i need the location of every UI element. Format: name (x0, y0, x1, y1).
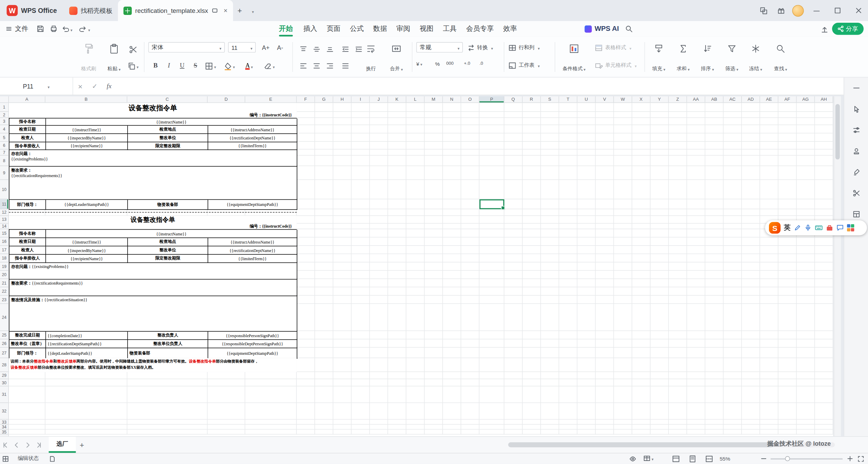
fullscreen-button[interactable] (857, 455, 864, 462)
collapse-pane-button[interactable] (850, 82, 862, 94)
form1-requirements-cell[interactable]: 整改要求： {{rectificationRequirements}} (9, 167, 297, 200)
horizontal-scrollbar-thumb[interactable] (508, 442, 774, 447)
cell-style-button[interactable]: 单元格样式 (595, 59, 637, 72)
decrease-indent-button[interactable] (339, 43, 352, 55)
align-left-button[interactable] (297, 60, 310, 72)
convert-button[interactable]: 转换 (467, 41, 493, 54)
column-header-T[interactable]: T (559, 96, 577, 103)
form1-cell[interactable]: 指令单接收人 (9, 142, 46, 150)
form1-cell[interactable]: {{equipmentDeptStampPath}} (208, 200, 297, 210)
confirm-button[interactable] (88, 77, 102, 95)
form1-cell[interactable]: {{rectificationDeptName}} (208, 134, 297, 142)
column-header-E[interactable]: E (245, 96, 297, 103)
cells-area[interactable]: 设备整改指令单 编号：{{instructCode}} 指令名称 {{instr… (9, 103, 833, 437)
form1-cell[interactable]: 检查日期 (9, 125, 46, 134)
form2-requirements-cell[interactable]: 整改要求：{{rectificationRequirements}} (9, 279, 297, 296)
form2-cell[interactable]: {{deptLeaderStampPath}} (46, 348, 128, 359)
form2-cell[interactable]: {{responsibleDeptPersonSignPath}} (208, 340, 297, 348)
form1-cell[interactable]: 整改单位 (128, 134, 208, 142)
row-header-8[interactable]: 8 (0, 156, 8, 166)
form2-problems-cell[interactable]: 存在问题：{{existingProblems}} (9, 263, 297, 279)
form2-cell[interactable]: {{rectificationDeptName}} (208, 246, 297, 254)
filter-button[interactable]: 筛选 (721, 40, 743, 74)
name-box[interactable]: P11 (0, 77, 73, 95)
view-page-layout-button[interactable] (689, 455, 696, 463)
column-header-X[interactable]: X (632, 96, 651, 103)
form2-cell[interactable]: 整改单位负责人 (128, 340, 208, 348)
align-top-button[interactable] (297, 43, 310, 55)
copy-button[interactable] (126, 60, 139, 72)
italic-button[interactable]: I (163, 60, 175, 71)
form2-cell[interactable]: {{instructAddressName}} (208, 238, 297, 246)
form1-problems-cell[interactable]: 存在问题： {{existingProblems}} (9, 150, 297, 167)
form1-cell[interactable]: 物资装备部 (128, 200, 208, 210)
borders-button[interactable] (204, 60, 217, 72)
form1-cell[interactable]: 指令名称 (9, 118, 46, 125)
column-header-O[interactable]: O (461, 96, 480, 103)
form2-cell[interactable]: {{inspectedByName}} (46, 246, 128, 254)
row-header-6[interactable]: 6 (0, 142, 8, 150)
clear-format-button[interactable] (263, 60, 276, 72)
form2-header-area[interactable]: 设备整改指令单 编号：{{instructCode}} (9, 216, 297, 229)
number-format-select[interactable]: 常规 (416, 42, 463, 53)
form2-cell[interactable]: 指令单接收人 (9, 255, 46, 263)
percent-format-button[interactable]: % (435, 61, 440, 67)
form1-cell[interactable]: {{recipientName}} (46, 142, 128, 150)
increase-decimal-button[interactable]: +.0 (464, 61, 470, 66)
cancel-button[interactable] (73, 77, 87, 95)
form1-cell[interactable]: {{instructName}} (46, 118, 297, 125)
adjust-tool-button[interactable] (850, 124, 862, 136)
ime-apps-grid-icon[interactable] (847, 224, 854, 231)
form1-code[interactable]: 编号：{{instructCode}} (208, 112, 295, 118)
column-header-AB[interactable]: AB (705, 96, 724, 103)
toolbox-icon[interactable] (826, 224, 833, 231)
column-header-N[interactable]: N (443, 96, 461, 103)
window-layout-button[interactable] (754, 0, 773, 21)
column-header-G[interactable]: G (315, 96, 333, 103)
handwriting-pencil-icon[interactable] (794, 224, 801, 231)
row-header-17[interactable]: 17 (0, 246, 8, 254)
close-tab-icon[interactable]: × (224, 7, 227, 15)
form2-cell[interactable]: {{instructTime}} (46, 238, 128, 246)
column-header-M[interactable]: M (425, 96, 443, 103)
column-header-AH[interactable]: AH (815, 96, 833, 103)
strikethrough-button[interactable]: S (189, 60, 201, 71)
column-header-S[interactable]: S (541, 96, 559, 103)
merge-cells-button[interactable]: 合并 (384, 40, 409, 74)
wrap-text-button[interactable]: 换行 (361, 40, 381, 74)
column-header-C[interactable]: C (127, 96, 208, 103)
form2-cell[interactable]: {{responsiblePersonSignPath}} (208, 332, 297, 340)
ribbon-tab-data[interactable]: 数据 (371, 21, 389, 37)
align-middle-button[interactable] (310, 43, 323, 55)
row-header-18[interactable]: 18 (0, 254, 8, 262)
row-header-15[interactable]: 15 (0, 229, 8, 237)
next-sheet-button[interactable] (22, 439, 33, 450)
column-header-A[interactable]: A (9, 96, 45, 103)
cut-tool-button[interactable] (850, 187, 862, 199)
ribbon-search-button[interactable] (623, 21, 635, 37)
form2-cell[interactable]: 检查人 (9, 246, 46, 254)
form2-cell[interactable]: {{limitedTerm}} (208, 255, 297, 263)
formula-input[interactable] (116, 77, 844, 95)
column-header-P[interactable]: P (479, 96, 504, 103)
form1-title[interactable]: 设备整改指令单 (9, 103, 297, 112)
column-header-L[interactable]: L (406, 96, 425, 103)
row-header-7[interactable]: 7 (0, 150, 8, 156)
form2-cell[interactable]: 限定整改期限 (128, 255, 208, 263)
column-header-W[interactable]: W (614, 96, 632, 103)
backup-button[interactable] (49, 455, 56, 462)
layout-tool-button[interactable] (850, 208, 862, 220)
decrease-font-button[interactable]: A- (273, 42, 287, 53)
font-color-button[interactable]: A (243, 60, 256, 72)
cloud-upload-button[interactable] (818, 21, 831, 37)
row-header-24[interactable]: 24 (0, 304, 8, 331)
row-header-35[interactable]: 35 (0, 430, 8, 435)
user-avatar[interactable] (788, 0, 807, 21)
column-header-V[interactable]: V (596, 96, 614, 103)
form1-cell[interactable]: {{limitedTerm}} (208, 142, 297, 150)
column-header-J[interactable]: J (370, 96, 388, 103)
row-header-2[interactable]: 2 (0, 112, 8, 118)
conditional-format-button[interactable]: 条件格式 (558, 40, 590, 74)
form2-cell[interactable]: 整改单位 (128, 246, 208, 254)
form2-cell[interactable]: 检查日期 (9, 238, 46, 246)
